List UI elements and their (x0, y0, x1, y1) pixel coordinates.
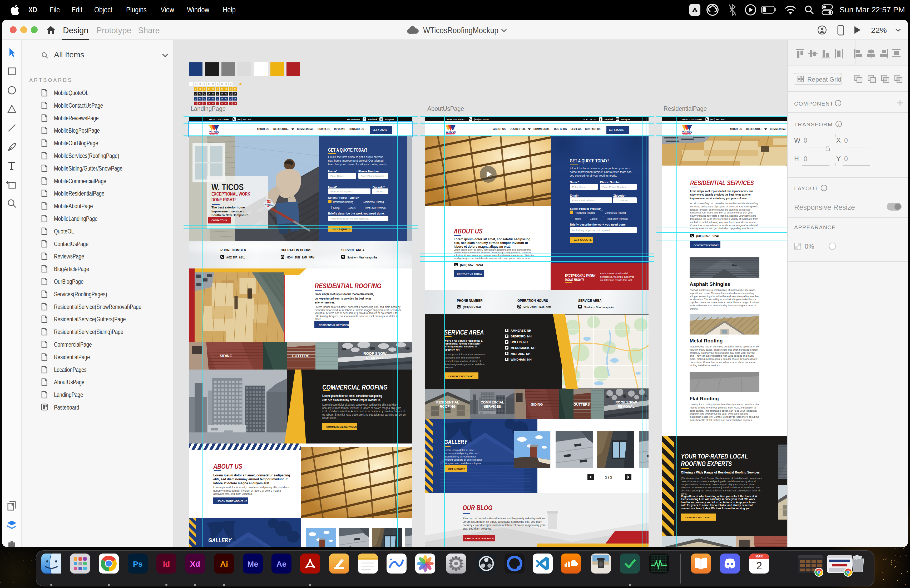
svg-text:Ai: Ai (220, 560, 228, 568)
svg-text:i: i (838, 122, 839, 126)
svg-text:Id: Id (163, 560, 170, 568)
svg-text:i: i (837, 101, 839, 105)
svg-text:Ps: Ps (133, 560, 143, 568)
svg-text:W.TICOS: W.TICOS (682, 131, 692, 133)
svg-text:Ae: Ae (276, 560, 286, 568)
svg-text:Me: Me (247, 560, 258, 568)
svg-text:MAR: MAR (755, 554, 763, 558)
svg-text:W.TICOS: W.TICOS (446, 131, 456, 133)
svg-text:i: i (823, 186, 824, 190)
svg-text:Xd: Xd (190, 560, 200, 568)
svg-text:2: 2 (756, 560, 762, 572)
